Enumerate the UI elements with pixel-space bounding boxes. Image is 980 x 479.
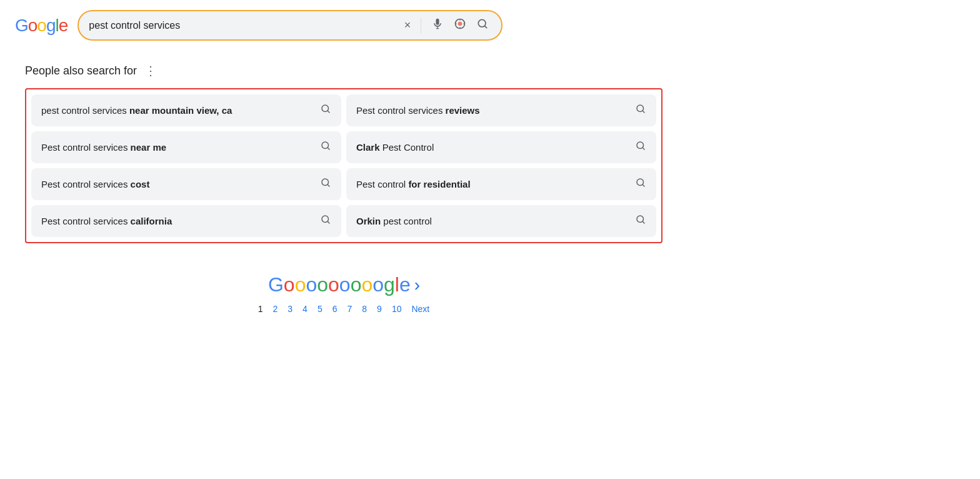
- section-title-area: People also search for ⋮: [25, 63, 662, 78]
- suggestion-text: Pest control services california: [41, 214, 315, 228]
- page-10[interactable]: 10: [392, 304, 402, 314]
- svg-point-1: [458, 22, 462, 26]
- suggestion-text: Orkin pest control: [356, 214, 630, 228]
- page-1[interactable]: 1: [258, 304, 263, 314]
- suggestion-item[interactable]: Pest control services near me: [31, 131, 341, 163]
- search-submit-button[interactable]: [474, 18, 491, 33]
- more-options-icon[interactable]: ⋮: [144, 63, 157, 78]
- svg-point-3: [322, 105, 329, 112]
- google-logo: Google: [15, 16, 68, 36]
- page-6[interactable]: 6: [332, 304, 338, 314]
- suggestion-item[interactable]: Pest control services california: [31, 205, 341, 237]
- section-title: People also search for: [25, 64, 137, 78]
- page-8[interactable]: 8: [362, 304, 367, 314]
- suggestions-box: pest control services near mountain view…: [25, 88, 662, 243]
- svg-point-4: [637, 105, 644, 112]
- pagination-area: G o o o o o o o o o g l e › 1 2 3 4 5 6 …: [25, 273, 662, 314]
- suggestion-search-icon: [635, 214, 646, 228]
- lens-icon: [454, 18, 466, 33]
- lens-button[interactable]: [451, 18, 469, 33]
- search-input[interactable]: pest control services: [89, 20, 396, 31]
- suggestion-search-icon: [320, 177, 331, 191]
- divider: [421, 18, 421, 33]
- page-5[interactable]: 5: [318, 304, 322, 314]
- svg-point-7: [322, 179, 329, 186]
- suggestion-search-icon: [635, 103, 646, 118]
- suggestion-search-icon: [635, 140, 646, 154]
- pagination-pages: 1 2 3 4 5 6 7 8 9 10 Next: [258, 304, 430, 314]
- search-icon: [476, 18, 489, 33]
- svg-point-5: [322, 142, 329, 149]
- page-4[interactable]: 4: [302, 304, 308, 314]
- suggestion-item[interactable]: Pest control services cost: [31, 168, 341, 200]
- suggestion-text: Pest control for residential: [356, 178, 630, 191]
- microphone-icon: [431, 18, 444, 33]
- voice-search-button[interactable]: [429, 18, 446, 33]
- svg-point-2: [479, 19, 486, 27]
- search-bar: pest control services ×: [78, 10, 502, 41]
- suggestion-item[interactable]: Pest control for residential: [346, 168, 656, 200]
- suggestion-item[interactable]: Pest control services reviews: [346, 94, 656, 126]
- suggestion-item[interactable]: pest control services near mountain view…: [31, 94, 341, 126]
- suggestion-item[interactable]: Clark Pest Control: [346, 131, 656, 163]
- suggestion-item[interactable]: Orkin pest control: [346, 205, 656, 237]
- header: Google pest control services ×: [0, 0, 980, 51]
- clear-button[interactable]: ×: [402, 19, 414, 32]
- next-button[interactable]: Next: [411, 304, 429, 314]
- svg-point-9: [322, 216, 329, 223]
- suggestion-search-icon: [320, 103, 331, 118]
- main-content: People also search for ⋮ pest control se…: [0, 51, 688, 326]
- google-pagination-logo: G o o o o o o o o o g l e ›: [268, 273, 419, 296]
- svg-point-10: [637, 216, 644, 223]
- suggestion-text: Pest control services near me: [41, 141, 315, 154]
- suggestion-text: pest control services near mountain view…: [41, 104, 315, 117]
- clear-icon: ×: [404, 19, 411, 32]
- page-2[interactable]: 2: [273, 304, 278, 314]
- suggestion-text: Clark Pest Control: [356, 141, 630, 154]
- suggestion-search-icon: [320, 140, 331, 154]
- page-9[interactable]: 9: [377, 304, 382, 314]
- page-3[interactable]: 3: [288, 304, 292, 314]
- svg-point-8: [637, 179, 644, 186]
- suggestion-search-icon: [635, 177, 646, 191]
- svg-point-6: [637, 142, 644, 149]
- search-bar-wrap: pest control services ×: [78, 10, 502, 41]
- suggestion-text: Pest control services reviews: [356, 104, 630, 117]
- page-7[interactable]: 7: [348, 304, 352, 314]
- suggestion-text: Pest control services cost: [41, 178, 315, 191]
- suggestion-search-icon: [320, 214, 331, 228]
